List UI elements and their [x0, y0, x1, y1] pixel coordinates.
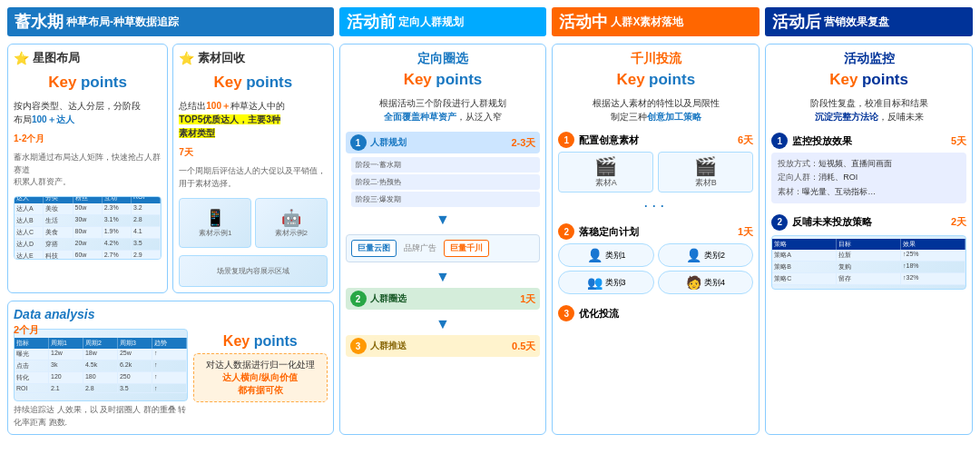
phase2-prefix: 活动前	[347, 11, 396, 33]
star-icon2: ⭐	[179, 51, 194, 65]
monitor-title: 活动监控	[844, 51, 895, 65]
xingtu-card: ⭐ 星图布局 Key points 按内容类型、达人分层，分阶段 布局100＋达…	[7, 44, 168, 293]
step2-label: 人群圈选	[370, 292, 407, 305]
p4-kp-label: Key points	[771, 71, 966, 89]
qianchuan-title-wrap: 千川投流	[558, 50, 753, 67]
phase1-main: 种草布局-种草数据追踪	[66, 15, 179, 30]
xingtu-time: 1-2个月	[14, 133, 162, 145]
sucai-time: 7天	[179, 146, 327, 159]
da-title: Data analysis	[14, 307, 188, 321]
phase3-prefix: 活动中	[559, 11, 608, 33]
material-b: 🎬 素材B	[658, 152, 753, 193]
data-analysis-section: Data analysis 2个月 指标周期1周期2周期3趋势 曝光12w18w…	[7, 301, 334, 435]
p4-step1-wrap: 1 监控投放效果 5天 投放方式：短视频、直播间画面 定向人群：消耗、ROI 素…	[771, 133, 966, 203]
step2-num: 2	[350, 291, 367, 307]
xingtu-title: ⭐ 星图布局	[14, 50, 162, 66]
p3-step1-time: 6天	[738, 133, 753, 147]
phase4-header: 活动后 营销效果复盘	[765, 7, 973, 36]
p3-step2-wrap: 2 落稳定向计划 1天 👤 类别1 👤 类别2	[558, 223, 753, 298]
sucai-title: ⭐ 素材回收	[179, 50, 327, 66]
p3-step3-num: 3	[558, 305, 574, 321]
material-a: 🎬 素材A	[558, 152, 653, 193]
p4-kp-text: 阶段性复盘，校准目标和结果 沉淀完整方法论，反哺未来	[771, 96, 966, 123]
p4-step1-num: 1	[771, 133, 788, 149]
p3-step1-num: 1	[558, 132, 574, 148]
p3-step3-wrap: 3 优化投流	[558, 305, 753, 321]
p4-step2-time: 2天	[951, 215, 966, 229]
star-icon: ⭐	[14, 51, 29, 65]
p3-kp-label: Key points	[558, 71, 753, 89]
phase3-column: 活动中 人群X素材落地 千川投流 Key points 根据达人素材的特性以及局…	[552, 7, 760, 435]
sucai-kp-text: 总结出100＋种草达人中的 TOP5优质达人，主要3种素材类型	[179, 99, 327, 140]
material-boxes: 🎬 素材A 🎬 素材B	[558, 152, 753, 193]
da-kp-label: Key points	[193, 333, 328, 350]
xingtu-kp-label: Key points	[14, 74, 162, 92]
step1-wrap: 1 人群规划 2-3天 阶段一·蓄水期 阶段二·热预热 阶段三·爆发期	[346, 132, 541, 209]
phase1-prefix: 蓄水期	[15, 11, 64, 33]
step2-time: 1天	[520, 292, 535, 306]
sucai-desc: 一个周期后评估达人的大促以及平销值，用于素材选择。	[179, 165, 327, 190]
da-left: Data analysis 2个月 指标周期1周期2周期3趋势 曝光12w18w…	[14, 307, 188, 429]
p4-step1-label: 监控投放效果	[792, 134, 852, 148]
qianchuan-title: 千川投流	[631, 51, 681, 65]
p4-step2-wrap: 2 反哺未来投放策略 2天 策略目标效果 策略A拉新↑25% 策略B复购↑18%…	[771, 214, 966, 290]
p3-kp-text: 根据达人素材的特性以及局限性 制定三种创意加工策略	[558, 96, 753, 123]
phase4-column: 活动后 营销效果复盘 活动监控 Key points 阶段性复盘，校准目标和结果…	[765, 7, 973, 435]
step3-item: 3 人群推送 0.5天	[346, 335, 541, 357]
step2-item: 2 人群圈选 1天	[346, 288, 541, 310]
da-table-mock: 指标周期1周期2周期3趋势 曝光12w18w25w↑ 点击3k4.5k6.2k↑…	[14, 329, 188, 401]
xingtu-kp-text: 按内容类型、达人分层，分阶段 布局100＋达人	[14, 99, 162, 126]
sucai-images-mock: 📱 素材示例1 🤖 素材示例2	[179, 198, 327, 248]
step3-num: 3	[350, 338, 367, 354]
p4-step2-content: 策略目标效果 策略A拉新↑25% 策略B复购↑18% 策略C留存↑32%	[771, 235, 966, 290]
phase1-column: 蓄水期 种草布局-种草数据追踪 ⭐ 星图布局 Key points 按内容类型、…	[7, 7, 334, 435]
p4-step2-num: 2	[771, 214, 788, 231]
p3-step1-wrap: 1 配置创意素材 6天 🎬 素材A 🎬 素材B	[558, 132, 753, 217]
phase3-header: 活动中 人群X素材落地	[552, 7, 760, 36]
arrow1: ▼	[346, 212, 541, 227]
phase1-inner: ⭐ 星图布局 Key points 按内容类型、达人分层，分阶段 布局100＋达…	[7, 44, 334, 293]
p4-step1-detail: 投放方式：短视频、直播间画面 定向人群：消耗、ROI 素材：曝光量、互动指标…	[771, 153, 966, 203]
logo-jqc: 巨量千川	[444, 240, 489, 257]
cat3: 👥 类别3	[558, 271, 653, 294]
step3-label: 人群推送	[370, 340, 407, 352]
sucai-bottom-mock: 场景复现内容展示区域	[179, 255, 327, 287]
monitor-title-wrap: 活动监控	[771, 50, 966, 67]
cat1: 👤 类别1	[558, 243, 653, 267]
phase3-card: 千川投流 Key points 根据达人素材的特性以及局限性 制定三种创意加工策…	[552, 44, 760, 435]
cat4: 🧑 类别4	[658, 271, 753, 294]
phase3-main: 人群X素材落地	[611, 15, 683, 30]
da-kp-text: 对达人数据进行归一化处理 达人横向/纵向价值 都有据可依	[193, 353, 328, 402]
dots-divider: ···	[558, 196, 753, 215]
phase2-column: 活动前 定向人群规划 定向圈选 Key points 根据活动三个阶段进行人群规…	[339, 7, 547, 435]
p3-step1-label: 配置创意素材	[579, 133, 639, 147]
sucai-kp-label: Key points	[179, 74, 327, 92]
step1-item: 1 人群规划 2-3天	[346, 132, 541, 153]
dingxiang-title-wrap: 定向圈选	[346, 50, 541, 67]
arrow2: ▼	[346, 270, 541, 284]
p2-kp-label: Key points	[346, 71, 541, 89]
category-grid: 👤 类别1 👤 类别2 👥 类别3 🧑	[558, 243, 753, 294]
cat2: 👤 类别2	[658, 243, 753, 267]
step1-label: 人群规划	[370, 136, 407, 149]
p4-step1-time: 5天	[951, 134, 966, 148]
phase4-main: 营销效果复盘	[824, 15, 889, 30]
step1-num: 1	[350, 134, 367, 151]
p4-strategy-mock: 策略目标效果 策略A拉新↑25% 策略B复购↑18% 策略C留存↑32%	[771, 235, 966, 290]
p3-step2-time: 1天	[738, 225, 753, 239]
main-container: 蓄水期 种草布局-种草数据追踪 ⭐ 星图布局 Key points 按内容类型、…	[0, 0, 980, 474]
da-right: Key points 对达人数据进行归一化处理 达人横向/纵向价值 都有据可依	[193, 307, 328, 429]
p3-step2-label: 落稳定向计划	[579, 225, 639, 239]
step1-detail: 阶段一·蓄水期 阶段二·热预热 阶段三·爆发期	[351, 157, 541, 207]
p3-step3-label: 优化投流	[579, 307, 619, 321]
phase2-header: 活动前 定向人群规划	[339, 7, 547, 36]
phase1-header: 蓄水期 种草布局-种草数据追踪	[7, 7, 334, 36]
platform-logos: 巨量云图 品牌广告 巨量千川	[346, 234, 541, 262]
phase4-prefix: 活动后	[772, 11, 821, 33]
dingxiang-title: 定向圈选	[417, 51, 468, 65]
p3-step2-num: 2	[558, 223, 574, 240]
sucai-card: ⭐ 素材回收 Key points 总结出100＋种草达人中的 TOP5优质达人…	[172, 44, 333, 293]
phase2-main: 定向人群规划	[398, 15, 464, 30]
step1-time: 2-3天	[511, 136, 535, 150]
da-desc: 持续追踪达 人效果，以 及时据圈人 群的重叠 转化率距离 跑数.	[14, 404, 188, 429]
